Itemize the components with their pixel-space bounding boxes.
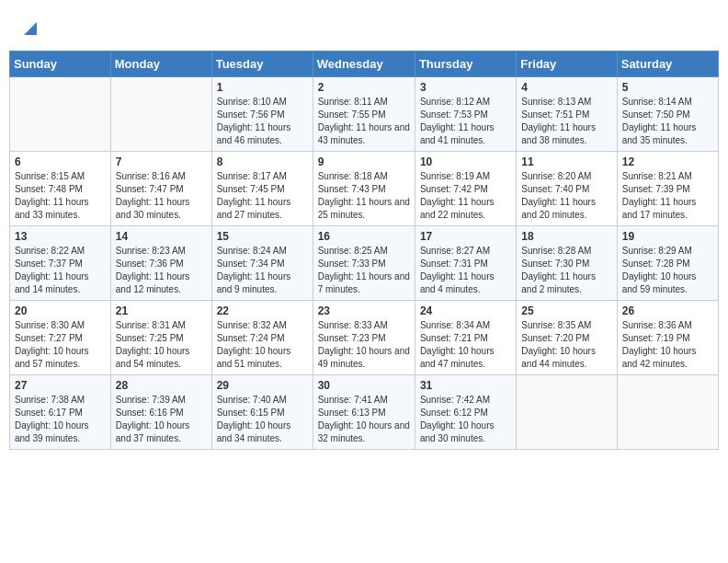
day-info: Sunrise: 8:11 AM Sunset: 7:55 PM Dayligh… (318, 96, 410, 147)
calendar-week-row: 13Sunrise: 8:22 AM Sunset: 7:37 PM Dayli… (10, 226, 719, 301)
day-info: Sunrise: 7:41 AM Sunset: 6:13 PM Dayligh… (318, 394, 410, 445)
calendar-day-cell: 7Sunrise: 8:16 AM Sunset: 7:47 PM Daylig… (110, 152, 211, 226)
day-number: 22 (217, 304, 308, 317)
day-number: 30 (318, 379, 410, 392)
calendar-day-cell: 1Sunrise: 8:10 AM Sunset: 7:56 PM Daylig… (211, 77, 313, 152)
day-info: Sunrise: 7:39 AM Sunset: 6:16 PM Dayligh… (116, 394, 207, 445)
calendar-day-cell: 22Sunrise: 8:32 AM Sunset: 7:24 PM Dayli… (211, 301, 313, 375)
calendar-empty-cell (617, 375, 718, 450)
day-info: Sunrise: 7:42 AM Sunset: 6:12 PM Dayligh… (420, 394, 511, 445)
day-info: Sunrise: 8:25 AM Sunset: 7:33 PM Dayligh… (318, 245, 410, 296)
day-info: Sunrise: 8:27 AM Sunset: 7:31 PM Dayligh… (420, 245, 511, 296)
day-info: Sunrise: 8:31 AM Sunset: 7:25 PM Dayligh… (116, 319, 207, 371)
day-info: Sunrise: 7:40 AM Sunset: 6:15 PM Dayligh… (217, 394, 308, 445)
day-number: 1 (217, 81, 308, 94)
day-info: Sunrise: 8:24 AM Sunset: 7:34 PM Dayligh… (217, 245, 308, 296)
calendar-day-cell: 17Sunrise: 8:27 AM Sunset: 7:31 PM Dayli… (415, 226, 516, 301)
calendar-day-cell: 15Sunrise: 8:24 AM Sunset: 7:34 PM Dayli… (211, 226, 313, 301)
day-number: 18 (521, 230, 611, 243)
calendar-day-cell: 10Sunrise: 8:19 AM Sunset: 7:42 PM Dayli… (415, 152, 516, 226)
calendar-empty-cell (517, 375, 617, 450)
calendar-day-cell: 24Sunrise: 8:34 AM Sunset: 7:21 PM Dayli… (415, 301, 516, 375)
calendar-day-cell: 3Sunrise: 8:12 AM Sunset: 7:53 PM Daylig… (415, 77, 516, 152)
calendar-day-cell: 25Sunrise: 8:35 AM Sunset: 7:20 PM Dayli… (517, 301, 617, 375)
day-number: 29 (217, 379, 308, 392)
day-number: 13 (15, 230, 106, 243)
calendar-day-cell: 2Sunrise: 8:11 AM Sunset: 7:55 PM Daylig… (313, 77, 415, 152)
day-number: 17 (420, 230, 511, 243)
day-number: 20 (15, 304, 106, 317)
calendar-day-cell: 30Sunrise: 7:41 AM Sunset: 6:13 PM Dayli… (313, 375, 415, 450)
day-info: Sunrise: 8:33 AM Sunset: 7:23 PM Dayligh… (318, 319, 410, 371)
day-number: 5 (622, 81, 713, 94)
day-number: 24 (420, 304, 511, 317)
calendar-day-cell: 19Sunrise: 8:29 AM Sunset: 7:28 PM Dayli… (617, 226, 718, 301)
day-number: 16 (318, 230, 410, 243)
weekday-header-monday: Monday (110, 52, 211, 77)
day-number: 3 (420, 81, 511, 94)
day-info: Sunrise: 8:10 AM Sunset: 7:56 PM Dayligh… (217, 96, 308, 147)
logo-triangle-icon (20, 18, 37, 35)
day-number: 10 (420, 155, 511, 168)
day-info: Sunrise: 8:18 AM Sunset: 7:43 PM Dayligh… (318, 170, 410, 222)
calendar-day-cell: 26Sunrise: 8:36 AM Sunset: 7:19 PM Dayli… (617, 301, 718, 375)
day-info: Sunrise: 7:38 AM Sunset: 6:17 PM Dayligh… (15, 394, 106, 445)
calendar-day-cell: 18Sunrise: 8:28 AM Sunset: 7:30 PM Dayli… (517, 226, 617, 301)
calendar-day-cell: 20Sunrise: 8:30 AM Sunset: 7:27 PM Dayli… (10, 301, 111, 375)
svg-marker-0 (24, 22, 37, 35)
day-info: Sunrise: 8:19 AM Sunset: 7:42 PM Dayligh… (420, 170, 511, 222)
day-info: Sunrise: 8:32 AM Sunset: 7:24 PM Dayligh… (217, 319, 308, 371)
weekday-header-friday: Friday (517, 52, 617, 77)
day-number: 15 (217, 230, 308, 243)
page-header (9, 9, 719, 43)
calendar-day-cell: 29Sunrise: 7:40 AM Sunset: 6:15 PM Dayli… (211, 375, 313, 450)
day-info: Sunrise: 8:29 AM Sunset: 7:28 PM Dayligh… (622, 245, 713, 296)
calendar-day-cell: 12Sunrise: 8:21 AM Sunset: 7:39 PM Dayli… (617, 152, 718, 226)
calendar-day-cell: 31Sunrise: 7:42 AM Sunset: 6:12 PM Dayli… (415, 375, 516, 450)
calendar-day-cell: 23Sunrise: 8:33 AM Sunset: 7:23 PM Dayli… (313, 301, 415, 375)
day-info: Sunrise: 8:30 AM Sunset: 7:27 PM Dayligh… (15, 319, 106, 371)
weekday-header-tuesday: Tuesday (211, 52, 313, 77)
calendar-day-cell: 14Sunrise: 8:23 AM Sunset: 7:36 PM Dayli… (110, 226, 211, 301)
calendar-day-cell: 6Sunrise: 8:15 AM Sunset: 7:48 PM Daylig… (10, 152, 111, 226)
calendar-day-cell: 16Sunrise: 8:25 AM Sunset: 7:33 PM Dayli… (313, 226, 415, 301)
weekday-header-row: SundayMondayTuesdayWednesdayThursdayFrid… (10, 52, 719, 77)
day-info: Sunrise: 8:36 AM Sunset: 7:19 PM Dayligh… (622, 319, 713, 371)
calendar-day-cell: 11Sunrise: 8:20 AM Sunset: 7:40 PM Dayli… (517, 152, 617, 226)
day-info: Sunrise: 8:12 AM Sunset: 7:53 PM Dayligh… (420, 96, 511, 147)
day-info: Sunrise: 8:15 AM Sunset: 7:48 PM Dayligh… (15, 170, 106, 222)
day-number: 8 (217, 155, 308, 168)
day-number: 21 (116, 304, 207, 317)
day-info: Sunrise: 8:13 AM Sunset: 7:51 PM Dayligh… (521, 96, 611, 147)
day-info: Sunrise: 8:21 AM Sunset: 7:39 PM Dayligh… (622, 170, 713, 222)
weekday-header-saturday: Saturday (617, 52, 718, 77)
weekday-header-sunday: Sunday (10, 52, 111, 77)
calendar-week-row: 20Sunrise: 8:30 AM Sunset: 7:27 PM Dayli… (10, 301, 719, 375)
calendar-day-cell: 4Sunrise: 8:13 AM Sunset: 7:51 PM Daylig… (517, 77, 617, 152)
logo (18, 18, 37, 39)
day-number: 19 (622, 230, 713, 243)
day-info: Sunrise: 8:17 AM Sunset: 7:45 PM Dayligh… (217, 170, 308, 222)
day-info: Sunrise: 8:23 AM Sunset: 7:36 PM Dayligh… (116, 245, 207, 296)
calendar-day-cell: 8Sunrise: 8:17 AM Sunset: 7:45 PM Daylig… (211, 152, 313, 226)
day-number: 23 (318, 304, 410, 317)
day-number: 6 (15, 155, 106, 168)
day-number: 11 (521, 155, 611, 168)
calendar-empty-cell (110, 77, 211, 152)
weekday-header-wednesday: Wednesday (313, 52, 415, 77)
calendar-week-row: 27Sunrise: 7:38 AM Sunset: 6:17 PM Dayli… (10, 375, 719, 450)
calendar-week-row: 6Sunrise: 8:15 AM Sunset: 7:48 PM Daylig… (10, 152, 719, 226)
day-info: Sunrise: 8:35 AM Sunset: 7:20 PM Dayligh… (521, 319, 611, 371)
day-number: 2 (318, 81, 410, 94)
calendar-day-cell: 5Sunrise: 8:14 AM Sunset: 7:50 PM Daylig… (617, 77, 718, 152)
day-number: 27 (15, 379, 106, 392)
calendar-table: SundayMondayTuesdayWednesdayThursdayFrid… (9, 51, 719, 450)
day-info: Sunrise: 8:14 AM Sunset: 7:50 PM Dayligh… (622, 96, 713, 147)
day-number: 4 (521, 81, 611, 94)
day-number: 31 (420, 379, 511, 392)
calendar-day-cell: 27Sunrise: 7:38 AM Sunset: 6:17 PM Dayli… (10, 375, 111, 450)
day-info: Sunrise: 8:28 AM Sunset: 7:30 PM Dayligh… (521, 245, 611, 296)
day-number: 25 (521, 304, 611, 317)
day-info: Sunrise: 8:34 AM Sunset: 7:21 PM Dayligh… (420, 319, 511, 371)
day-number: 7 (116, 155, 207, 168)
